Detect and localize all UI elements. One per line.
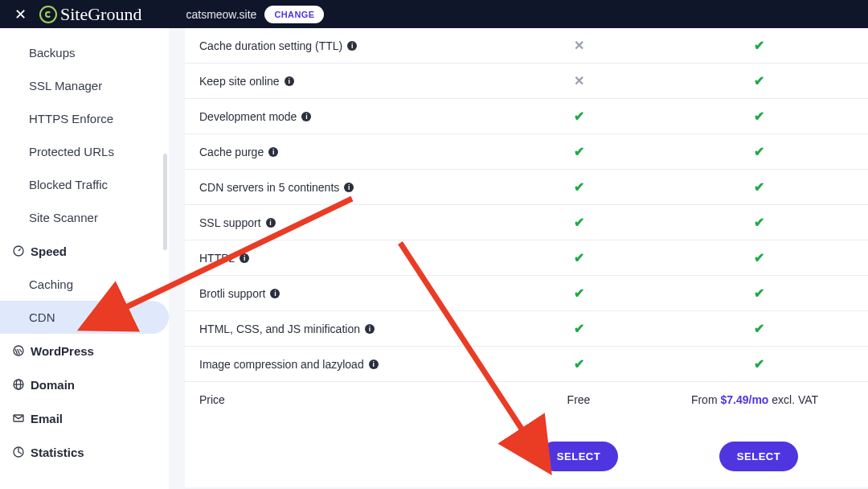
info-icon[interactable]: i: [268, 147, 278, 157]
check-icon: ✔: [574, 180, 584, 194]
mail-icon: [11, 411, 26, 425]
price-row: PriceFreeFrom $7.49/mo excl. VAT: [185, 382, 868, 417]
sidebar-item-protected-urls[interactable]: Protected URLs: [0, 135, 169, 168]
sidebar-item-cdn[interactable]: CDN: [0, 301, 169, 334]
check-icon: ✔: [574, 109, 584, 123]
swirl-icon: [39, 6, 57, 23]
change-site-button[interactable]: CHANGE: [264, 6, 324, 23]
sidebar-section-label: Email: [31, 412, 63, 425]
info-icon[interactable]: i: [301, 112, 311, 121]
check-icon: ✔: [754, 216, 764, 229]
feature-row: Keep site online i✕✔: [185, 64, 868, 99]
info-icon[interactable]: i: [347, 41, 357, 51]
sidebar-item-ssl-manager[interactable]: SSL Manager: [0, 69, 169, 102]
sidebar-item-site-scanner[interactable]: Site Scanner: [0, 201, 169, 234]
sidebar-section-wordpress[interactable]: WordPress: [0, 334, 169, 368]
check-icon: ✔: [754, 39, 764, 52]
sidebar-item-caching[interactable]: Caching: [0, 268, 169, 301]
info-icon[interactable]: i: [369, 360, 379, 369]
sidebar: Backups SSL Manager HTTPS Enforce Protec…: [0, 28, 169, 489]
scrollbar[interactable]: [163, 154, 167, 250]
feature-col-free: ✔: [489, 215, 669, 230]
feature-col-premium: ✔: [669, 321, 849, 336]
brand-logo[interactable]: SiteGround: [39, 4, 141, 25]
sidebar-section-domain[interactable]: Domain: [0, 368, 169, 401]
feature-row: SSL support i✔✔: [185, 205, 868, 240]
feature-label: Cache purge i: [199, 146, 489, 158]
feature-col-premium: ✔: [669, 144, 849, 159]
sidebar-item-backups[interactable]: Backups: [0, 36, 169, 69]
check-icon: ✔: [754, 286, 764, 300]
feature-label: HTTP2 i: [199, 252, 489, 265]
sidebar-section-label: Speed: [31, 244, 67, 258]
feature-col-premium: ✔: [669, 73, 849, 88]
feature-row: Brotli support i✔✔: [185, 276, 868, 311]
cross-icon: ✕: [574, 39, 584, 52]
feature-label: CDN servers in 5 continents i: [199, 181, 489, 194]
check-icon: ✔: [754, 109, 764, 123]
stats-icon: [11, 445, 26, 459]
check-icon: ✔: [574, 145, 584, 158]
feature-col-premium: ✔: [669, 250, 849, 265]
feature-col-free: ✔: [489, 109, 669, 124]
info-icon[interactable]: i: [270, 289, 280, 298]
feature-col-premium: ✔: [669, 109, 849, 124]
wordpress-icon: [11, 343, 26, 358]
check-icon: ✔: [574, 286, 584, 300]
feature-col-premium: ✔: [669, 179, 849, 195]
sidebar-item-https-enforce[interactable]: HTTPS Enforce: [0, 102, 169, 135]
price-label: Price: [199, 393, 489, 406]
info-icon[interactable]: i: [365, 324, 375, 334]
feature-col-free: ✔: [489, 321, 669, 336]
sidebar-item-blocked-traffic[interactable]: Blocked Traffic: [0, 168, 169, 201]
feature-col-free: ✔: [489, 356, 669, 372]
feature-col-premium: ✔: [669, 286, 849, 301]
feature-label: Development mode i: [199, 110, 489, 123]
info-icon[interactable]: i: [240, 253, 249, 263]
price-free: Free: [489, 393, 669, 406]
feature-label: HTML, CSS, and JS minification i: [199, 323, 489, 335]
feature-label: Image compression and lazyload i: [199, 358, 489, 371]
sidebar-section-speed[interactable]: Speed: [0, 234, 169, 268]
feature-row: HTTP2 i✔✔: [185, 240, 868, 276]
cross-icon: ✕: [574, 74, 584, 88]
price-premium: From $7.49/mo excl. VAT: [669, 393, 849, 406]
sidebar-section-label: WordPress: [31, 344, 94, 358]
info-icon[interactable]: i: [266, 218, 276, 228]
feature-col-free: ✔: [489, 179, 669, 195]
check-icon: ✔: [574, 322, 584, 335]
globe-icon: [11, 377, 26, 392]
feature-col-free: ✕: [489, 73, 669, 88]
feature-col-premium: ✔: [669, 356, 849, 372]
feature-col-free: ✕: [489, 38, 669, 53]
close-icon[interactable]: ✕: [8, 6, 33, 23]
site-domain: catsmeow.site: [186, 8, 256, 21]
check-icon: ✔: [754, 251, 764, 265]
check-icon: ✔: [574, 216, 584, 229]
feature-row: Cache duration setting (TTL) i✕✔: [185, 28, 868, 64]
sidebar-section-email[interactable]: Email: [0, 401, 169, 435]
price-link[interactable]: $7.49/mo: [720, 393, 768, 406]
brand-text: SiteGround: [60, 4, 141, 25]
sidebar-section-statistics[interactable]: Statistics: [0, 435, 169, 469]
app-header: ✕ SiteGround catsmeow.site CHANGE: [0, 0, 868, 28]
info-icon[interactable]: i: [285, 76, 294, 86]
sidebar-section-label: Domain: [31, 378, 75, 392]
plan-actions: SELECTSELECT: [185, 417, 868, 487]
feature-col-free: ✔: [489, 286, 669, 301]
check-icon: ✔: [574, 251, 584, 265]
feature-comparison-table: Cache duration setting (TTL) i✕✔Keep sit…: [185, 28, 868, 487]
check-icon: ✔: [574, 357, 584, 371]
feature-label: Brotli support i: [199, 287, 489, 300]
feature-col-premium: ✔: [669, 215, 849, 230]
feature-label: SSL support i: [199, 216, 489, 229]
sidebar-section-label: Statistics: [31, 446, 84, 459]
feature-row: HTML, CSS, and JS minification i✔✔: [185, 311, 868, 347]
feature-label: Keep site online i: [199, 75, 489, 88]
select-free-button[interactable]: SELECT: [539, 442, 618, 471]
info-icon[interactable]: i: [344, 183, 354, 192]
main-content: Cache duration setting (TTL) i✕✔Keep sit…: [169, 28, 868, 489]
select-premium-button[interactable]: SELECT: [719, 442, 798, 471]
check-icon: ✔: [754, 357, 764, 371]
feature-col-premium: ✔: [669, 38, 849, 53]
